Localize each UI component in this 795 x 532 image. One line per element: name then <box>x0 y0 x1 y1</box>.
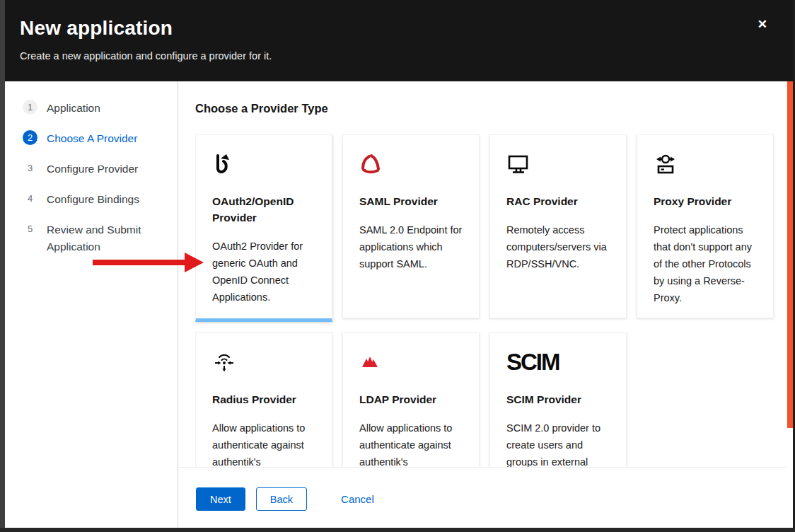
provider-card-ldap[interactable]: LDAP Provider Allow applications to auth… <box>342 332 480 467</box>
scim-logo-icon: SCIM <box>506 351 612 374</box>
wizard-steps-sidebar: 1 Application 2 Choose A Provider 3 Conf… <box>5 81 178 528</box>
step-label: Configure Bindings <box>47 191 139 208</box>
step-number: 5 <box>23 221 37 236</box>
provider-card-description: Remotely access computers/servers via RD… <box>506 221 612 272</box>
scrollbar-thumb[interactable] <box>787 81 793 428</box>
provider-cards-scroll-area: OAuth2/OpenID Provider OAuth2 Provider f… <box>195 134 779 467</box>
screen: New application Create a new application… <box>0 0 795 532</box>
step-configure-provider[interactable]: 3 Configure Provider <box>23 161 170 178</box>
step-review-and-submit[interactable]: 5 Review and Submit Application <box>23 221 170 255</box>
step-number: 3 <box>23 161 37 175</box>
provider-card-oauth2-openid[interactable]: OAuth2/OpenID Provider OAuth2 Provider f… <box>195 134 332 322</box>
step-label: Review and Submit Application <box>47 221 170 255</box>
radius-icon <box>212 351 318 374</box>
provider-card-title: RAC Provider <box>506 193 612 209</box>
step-number: 1 <box>23 100 37 115</box>
new-application-wizard-modal: New application Create a new application… <box>5 0 793 528</box>
page-subtitle: Create a new application and configure a… <box>20 50 779 62</box>
provider-card-title: Proxy Provider <box>654 193 759 209</box>
page-background-edge <box>0 0 5 532</box>
provider-card-rac[interactable]: RAC Provider Remotely access computers/s… <box>489 134 627 318</box>
cancel-button[interactable]: Cancel <box>341 487 374 511</box>
saml-logo-icon <box>359 153 465 175</box>
provider-card-description: Allow applications to authenticate again… <box>359 420 465 467</box>
provider-card-title: LDAP Provider <box>359 391 465 407</box>
provider-card-description: SCIM 2.0 provider to create users and gr… <box>506 420 612 467</box>
ldap-mountains-icon <box>359 351 465 374</box>
provider-card-proxy[interactable]: Proxy Provider Protect applications that… <box>637 134 774 318</box>
back-button[interactable]: Back <box>256 487 307 511</box>
provider-type-panel: Choose a Provider Type OAuth2/ <box>178 81 793 528</box>
step-choose-a-provider[interactable]: 2 Choose A Provider <box>23 130 170 147</box>
provider-card-title: OAuth2/OpenID Provider <box>212 193 318 226</box>
step-number: 4 <box>23 191 37 206</box>
wizard-header: New application Create a new application… <box>5 0 793 81</box>
page-title: New application <box>20 17 779 40</box>
scim-logo-text: SCIM <box>506 351 612 374</box>
provider-card-title: Radius Provider <box>212 391 318 407</box>
step-label: Choose A Provider <box>47 130 137 147</box>
provider-card-description: SAML 2.0 Endpoint for applications which… <box>359 221 465 272</box>
wizard-footer: Next Back Cancel <box>178 467 787 528</box>
step-application[interactable]: 1 Application <box>23 100 170 117</box>
provider-card-description: Protect applications that don't support … <box>654 221 759 306</box>
provider-card-saml[interactable]: SAML Provider SAML 2.0 Endpoint for appl… <box>342 134 480 318</box>
provider-card-description: OAuth2 Provider for generic OAuth and Op… <box>212 238 318 306</box>
provider-card-radius[interactable]: Radius Provider Allow applications to au… <box>195 332 332 467</box>
step-label: Configure Provider <box>47 161 138 178</box>
next-button[interactable]: Next <box>196 487 245 511</box>
close-icon[interactable]: ✕ <box>758 18 767 30</box>
provider-cards-grid: OAuth2/OpenID Provider OAuth2 Provider f… <box>195 134 779 467</box>
monitor-icon <box>506 153 612 175</box>
step-label: Application <box>47 100 100 117</box>
provider-card-description: Allow applications to authenticate again… <box>212 420 318 467</box>
content-heading: Choose a Provider Type <box>195 102 328 115</box>
step-number: 2 <box>23 130 37 145</box>
provider-card-scim[interactable]: SCIM SCIM Provider SCIM 2.0 provider to … <box>489 332 627 467</box>
provider-card-title: SCIM Provider <box>506 391 612 407</box>
page-background-edge <box>0 528 795 532</box>
provider-card-title: SAML Provider <box>359 193 465 209</box>
openid-logo-icon <box>212 153 318 175</box>
step-configure-bindings[interactable]: 4 Configure Bindings <box>23 191 170 208</box>
wizard-body: 1 Application 2 Choose A Provider 3 Conf… <box>5 81 793 528</box>
proxy-icon <box>654 153 759 175</box>
